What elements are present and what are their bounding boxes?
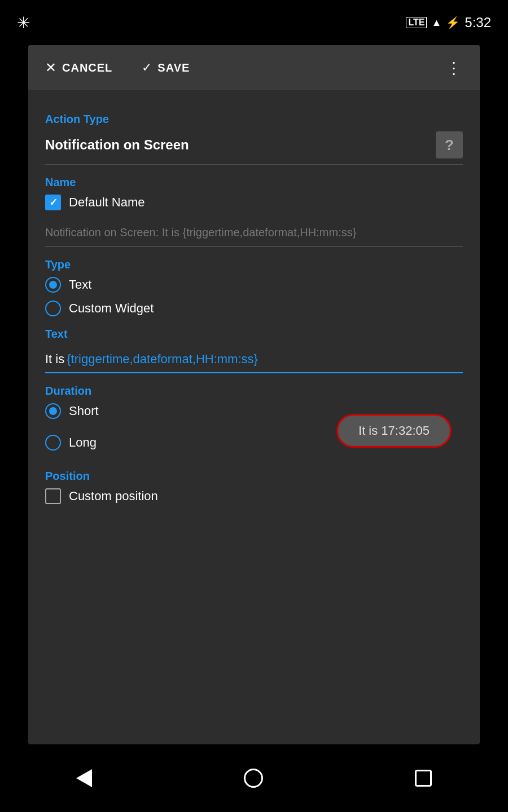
custom-widget-radio-outer <box>45 301 61 316</box>
default-name-label: Default Name <box>69 195 145 210</box>
text-radio-outer <box>45 277 61 293</box>
more-options-button[interactable]: ⋮ <box>446 59 463 77</box>
short-radio-inner <box>49 407 57 415</box>
home-icon <box>244 769 263 788</box>
name-placeholder: Notification on Screen: It is {triggerti… <box>45 218 463 247</box>
checkbox-check-icon: ✓ <box>49 196 58 209</box>
signal-icon: ▲ <box>431 17 441 29</box>
position-section: Position Custom position <box>45 470 463 504</box>
long-radio-label: Long <box>69 435 97 450</box>
custom-position-row[interactable]: Custom position <box>45 488 463 504</box>
text-radio-label: Text <box>69 277 91 292</box>
duration-row: Short Long It is 17:32:05 <box>45 403 463 458</box>
type-section-label: Type <box>45 258 463 271</box>
cancel-label: CANCEL <box>62 61 112 74</box>
question-mark-icon: ? <box>445 136 454 154</box>
divider-1 <box>45 164 463 165</box>
duration-section-label: Duration <box>45 385 463 398</box>
back-nav-button[interactable] <box>76 769 92 787</box>
default-name-row: ✓ Default Name <box>45 195 463 210</box>
default-name-checkbox[interactable]: ✓ <box>45 195 61 210</box>
help-button[interactable]: ? <box>436 131 463 158</box>
battery-icon: ⚡ <box>446 16 460 29</box>
duration-long-radio[interactable]: Long <box>45 435 99 451</box>
lte-badge: LTE <box>406 17 427 28</box>
status-bar-right: LTE ▲ ⚡ 5:32 <box>406 15 491 30</box>
recent-icon <box>415 770 432 787</box>
main-panel: ✕ CANCEL ✓ SAVE ⋮ Action Type Notificati… <box>28 45 480 744</box>
check-icon: ✓ <box>142 60 152 75</box>
type-text-radio[interactable]: Text <box>45 277 463 293</box>
status-bar: ✳︎ LTE ▲ ⚡ 5:32 <box>0 0 508 45</box>
action-type-section-label: Action Type <box>45 113 463 126</box>
recent-nav-button[interactable] <box>415 770 432 787</box>
text-variable: {triggertime,dateformat,HH:mm:ss} <box>67 352 258 367</box>
text-input-area[interactable]: It is {triggertime,dateformat,HH:mm:ss} <box>45 346 463 373</box>
action-type-value: Notification on Screen <box>45 137 189 153</box>
content-area: Action Type Notification on Screen ? Nam… <box>28 90 480 529</box>
action-type-row: Notification on Screen ? <box>45 131 463 158</box>
status-time: 5:32 <box>465 15 491 30</box>
long-radio-outer <box>45 435 61 451</box>
text-prefix: It is <box>45 352 64 367</box>
custom-widget-radio-label: Custom Widget <box>69 301 154 316</box>
preview-button-text: It is 17:32:05 <box>358 423 430 438</box>
text-radio-inner <box>49 281 57 289</box>
preview-button[interactable]: It is 17:32:05 <box>336 414 452 448</box>
text-section-label: Text <box>45 328 463 341</box>
type-custom-widget-radio[interactable]: Custom Widget <box>45 301 463 316</box>
x-icon: ✕ <box>45 60 56 76</box>
save-label: SAVE <box>157 61 190 74</box>
text-input-content: It is {triggertime,dateformat,HH:mm:ss} <box>45 352 463 367</box>
status-bar-left: ✳︎ <box>17 14 30 32</box>
save-button[interactable]: ✓ SAVE <box>142 60 190 75</box>
bottom-navigation <box>0 744 508 812</box>
position-section-label: Position <box>45 470 463 483</box>
duration-short-radio[interactable]: Short <box>45 403 99 419</box>
toolbar: ✕ CANCEL ✓ SAVE ⋮ <box>28 45 480 90</box>
toolbar-left: ✕ CANCEL ✓ SAVE <box>45 60 190 76</box>
short-radio-label: Short <box>69 404 99 418</box>
custom-position-checkbox[interactable] <box>45 488 61 504</box>
short-radio-outer <box>45 403 61 419</box>
home-nav-button[interactable] <box>244 769 263 788</box>
cancel-button[interactable]: ✕ CANCEL <box>45 60 112 76</box>
name-section-label: Name <box>45 176 463 189</box>
magic-wand-icon: ✳︎ <box>17 14 30 32</box>
custom-position-label: Custom position <box>69 489 158 504</box>
back-icon <box>76 769 92 787</box>
duration-radios: Short Long <box>45 403 99 458</box>
